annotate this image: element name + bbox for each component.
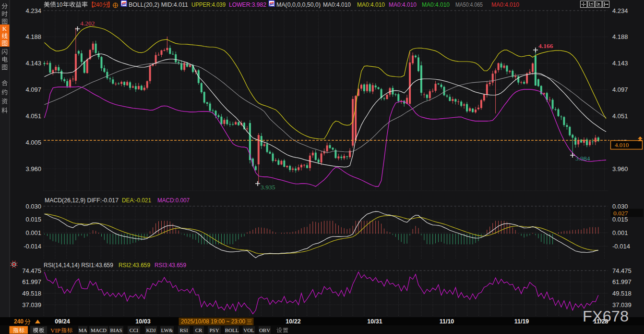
svg-text:0.027: 0.027 [613,210,628,217]
svg-text:BOLL(20,2) MID:4.011: BOLL(20,2) MID:4.011 [129,1,188,8]
svg-text:0.001: 0.001 [612,229,628,236]
svg-text:49.518: 49.518 [22,290,41,297]
svg-text:240: 240 [93,1,102,8]
svg-text:11/10: 11/10 [440,318,454,325]
svg-text:3.935: 3.935 [261,184,275,191]
svg-text:-0.014: -0.014 [612,243,630,250]
svg-text:4.143: 4.143 [25,60,41,67]
svg-text:PSY: PSY [209,327,219,333]
svg-text:4.202: 4.202 [80,20,95,27]
svg-text:4.188: 4.188 [612,33,628,40]
svg-text:4.097: 4.097 [612,86,628,93]
svg-text:4.234: 4.234 [25,7,41,14]
svg-text:10: 10 [57,1,63,8]
svg-text:4.166: 4.166 [538,42,553,49]
svg-text:FX678: FX678 [583,308,629,325]
svg-text:74.475: 74.475 [22,267,41,274]
svg-text:VOL: VOL [243,327,254,333]
svg-text:09/24: 09/24 [55,318,70,325]
svg-text:4.051: 4.051 [25,112,41,120]
svg-text:4.010: 4.010 [615,141,629,148]
svg-text:11/19: 11/19 [514,318,529,325]
svg-text:61.997: 61.997 [612,278,632,285]
svg-text:RSI3:43.659: RSI3:43.659 [155,262,186,269]
svg-text:4.188: 4.188 [25,33,41,40]
svg-text:3.960: 3.960 [612,165,628,173]
svg-text:4.143: 4.143 [612,60,628,67]
svg-text:0.030: 0.030 [25,203,41,210]
svg-text:49.518: 49.518 [612,290,632,297]
svg-text:RSI(14,14,14) RSI1:43.659: RSI(14,14,14) RSI1:43.659 [44,262,113,269]
svg-text:4.097: 4.097 [25,86,41,93]
svg-text:KDJ: KDJ [146,327,156,333]
svg-text:61.997: 61.997 [22,278,41,285]
svg-text:-0.014: -0.014 [24,243,41,250]
svg-text:MACD:0.007: MACD:0.007 [157,197,190,204]
svg-text:74.475: 74.475 [612,267,632,274]
svg-text:2025/10/08 19:00 ~ 23:00: 2025/10/08 19:00 ~ 23:00 [181,318,245,325]
svg-text:CCI: CCI [130,327,139,333]
svg-text:MA50:4.065: MA50:4.065 [455,1,483,8]
svg-text:3.960: 3.960 [25,165,41,173]
svg-text:0.001: 0.001 [25,229,41,236]
svg-text:4.051: 4.051 [612,112,628,120]
svg-text:MA(0,0,0,0,50,0): MA(0,0,0,0,50,0) [276,1,321,8]
svg-text:0.030: 0.030 [612,203,628,210]
svg-text:240: 240 [14,318,24,325]
svg-text:LOWER:3.982: LOWER:3.982 [229,1,266,8]
svg-text:BIAS: BIAS [110,327,122,333]
svg-text:MA0:4.010: MA0:4.010 [422,1,450,8]
svg-text:BOLL: BOLL [225,327,239,333]
svg-text:RSI2:43.659: RSI2:43.659 [119,262,150,269]
svg-text:OBV: OBV [259,327,270,333]
svg-text:VIP: VIP [50,328,60,334]
svg-text:4.234: 4.234 [612,7,628,14]
svg-text:MA0:4.010: MA0:4.010 [491,1,519,8]
svg-text:37.039: 37.039 [22,301,41,309]
svg-text:K: K [2,25,7,32]
svg-text:4.005: 4.005 [25,139,41,146]
svg-text:10/31: 10/31 [367,318,382,325]
svg-text:UPPER:4.039: UPPER:4.039 [191,1,226,8]
svg-text:10/22: 10/22 [286,318,300,325]
svg-text:MA0:4.010: MA0:4.010 [323,1,351,8]
svg-text:RSI: RSI [179,327,188,333]
svg-text:MA0:4.010: MA0:4.010 [389,1,417,8]
svg-text:MA: MA [79,327,87,333]
svg-text:0.015: 0.015 [25,216,41,223]
svg-text:MACD(26,12,9) DIFF:-0.017: MACD(26,12,9) DIFF:-0.017 [45,197,119,204]
svg-text:MA0:4.010: MA0:4.010 [357,1,385,8]
svg-text:DEA:-0.021: DEA:-0.021 [122,197,151,204]
svg-text:LW&: LW& [161,327,173,333]
svg-text:3.984: 3.984 [575,155,590,162]
svg-text:CR: CR [195,327,203,333]
svg-text:0.015: 0.015 [612,216,628,223]
svg-text:10/03: 10/03 [135,318,150,325]
svg-text:MACD: MACD [91,327,107,333]
